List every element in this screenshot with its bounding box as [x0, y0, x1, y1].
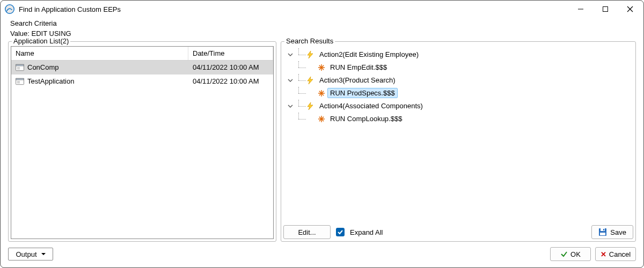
- svg-rect-10: [16, 78, 24, 80]
- tree-node[interactable]: Action2(Edit Existing Employee): [287, 48, 633, 61]
- minimize-button[interactable]: [568, 1, 593, 17]
- expander-icon[interactable]: [287, 51, 294, 58]
- col-name[interactable]: Name: [11, 47, 188, 60]
- tree-leaf-label: RUN EmpEdit.$$$: [327, 62, 390, 72]
- list-item-name: ConComp: [27, 63, 59, 71]
- svg-rect-28: [603, 229, 604, 230]
- svg-rect-2: [603, 7, 608, 12]
- listview-body: ConComp 04/11/2022 10:00 AM TestApplicat…: [11, 61, 273, 239]
- expand-all-checkbox[interactable]: [336, 228, 345, 236]
- ok-label: OK: [570, 250, 581, 258]
- list-item-name: TestApplication: [27, 77, 74, 85]
- tree-leaf-label: RUN CompLookup.$$$: [327, 114, 405, 124]
- tree-leaf[interactable]: RUN CompLookup.$$$: [287, 113, 633, 125]
- list-item[interactable]: TestApplication 04/11/2022 10:00 AM: [11, 75, 273, 88]
- output-dropdown[interactable]: Output: [8, 248, 53, 260]
- col-date[interactable]: Date/Time: [188, 47, 273, 60]
- tree-connector: [296, 48, 304, 61]
- tree-node-label: Action4(Associated Components): [317, 101, 426, 111]
- edit-button[interactable]: Edit...: [283, 225, 331, 239]
- titlebar: Find in Application Custom EEPs: [1, 1, 643, 18]
- run-icon: [318, 115, 325, 123]
- expander-icon[interactable]: [287, 77, 294, 84]
- main-panes: Application List(2) Name Date/Time ConCo…: [1, 41, 643, 242]
- expander-icon[interactable]: [287, 102, 294, 110]
- tree-leaf[interactable]: RUN ProdSpecs.$$$: [287, 87, 633, 100]
- tree-connector: [296, 74, 304, 87]
- search-results-legend: Search Results: [284, 37, 335, 45]
- tree-leaf-label: RUN ProdSpecs.$$$: [327, 88, 398, 98]
- maximize-icon: [602, 6, 609, 12]
- run-icon: [318, 90, 325, 97]
- cancel-button[interactable]: ✕ Cancel: [595, 247, 636, 261]
- svg-point-0: [5, 5, 14, 14]
- list-item-date: 04/11/2022 10:00 AM: [188, 77, 273, 85]
- maximize-button[interactable]: [593, 1, 618, 17]
- save-button[interactable]: Save: [591, 225, 633, 239]
- footer: Output OK ✕ Cancel: [1, 242, 643, 267]
- svg-rect-27: [600, 233, 605, 235]
- svg-rect-6: [16, 64, 24, 66]
- tree-connector: [296, 113, 316, 125]
- action-icon: [306, 76, 314, 85]
- tree-connector: [296, 61, 316, 74]
- list-item[interactable]: ConComp 04/11/2022 10:00 AM: [11, 61, 273, 75]
- app-icon: [5, 4, 14, 14]
- x-icon: ✕: [601, 250, 606, 258]
- save-icon: [598, 228, 607, 236]
- window-title: Find in Application Custom EEPs: [19, 5, 121, 13]
- criteria-heading: Search Criteria: [10, 19, 637, 29]
- results-toolbar: Edit... Expand All Save: [283, 221, 633, 239]
- results-tree[interactable]: Action2(Edit Existing Employee) RUN EmpE…: [283, 46, 633, 221]
- application-listview[interactable]: Name Date/Time ConComp 04/11/2022 10:00 …: [11, 46, 274, 239]
- close-button[interactable]: [618, 1, 642, 17]
- form-icon: [16, 64, 24, 71]
- check-icon: [560, 250, 568, 258]
- cancel-label: Cancel: [609, 250, 631, 258]
- tree-node[interactable]: Action4(Associated Components): [287, 100, 633, 113]
- dialog-window: Find in Application Custom EEPs Search C…: [0, 0, 644, 268]
- application-list-legend: Application List(2): [12, 37, 70, 45]
- application-list-group: Application List(2) Name Date/Time ConCo…: [8, 41, 276, 242]
- minimize-icon: [577, 6, 584, 12]
- tree-node-label: Action2(Edit Existing Employee): [317, 49, 421, 59]
- listview-header: Name Date/Time: [11, 47, 273, 61]
- tree-node-label: Action3(Product Search): [317, 75, 398, 85]
- close-icon: [627, 6, 633, 12]
- search-results-group: Search Results Action2(Edit Existing Emp…: [281, 41, 636, 242]
- tree-leaf[interactable]: RUN EmpEdit.$$$: [287, 61, 633, 74]
- expand-all-label: Expand All: [350, 228, 383, 236]
- check-icon: [337, 229, 343, 235]
- run-icon: [318, 64, 325, 71]
- chevron-down-icon: [41, 252, 46, 256]
- tree-connector: [296, 100, 304, 113]
- action-icon: [306, 102, 314, 110]
- ok-button[interactable]: OK: [550, 247, 591, 261]
- list-item-date: 04/11/2022 10:00 AM: [188, 63, 273, 71]
- action-icon: [306, 50, 314, 59]
- output-label: Output: [16, 250, 36, 258]
- save-button-label: Save: [610, 228, 626, 236]
- tree-connector: [296, 87, 316, 100]
- form-icon: [16, 78, 24, 85]
- tree-node[interactable]: Action3(Product Search): [287, 74, 633, 87]
